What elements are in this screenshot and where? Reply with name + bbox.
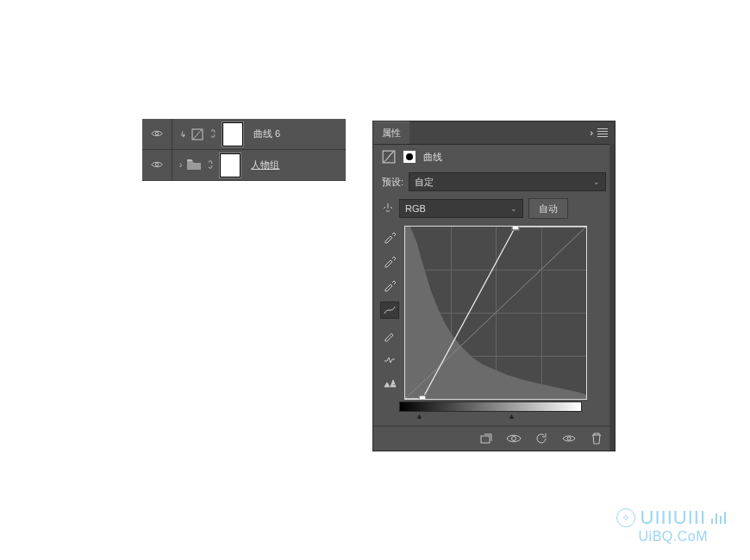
channel-select[interactable]: RGB ⌄ bbox=[399, 199, 523, 218]
eyedropper-white-tool[interactable] bbox=[381, 277, 398, 293]
svg-point-0 bbox=[155, 132, 159, 135]
svg-rect-5 bbox=[481, 436, 490, 443]
delete-adjustment-button[interactable] bbox=[589, 432, 604, 445]
channel-value: RGB bbox=[405, 203, 426, 214]
adjustment-type-label: 曲线 bbox=[423, 151, 442, 164]
curve-graph[interactable] bbox=[404, 226, 585, 398]
panel-menu-button[interactable] bbox=[597, 128, 608, 137]
layer-content: ↳ 曲线 6 bbox=[172, 122, 280, 146]
svg-point-2 bbox=[155, 163, 159, 166]
clip-to-layer-button[interactable] bbox=[478, 432, 494, 445]
curve-line bbox=[405, 227, 586, 399]
view-previous-state-button[interactable] bbox=[506, 432, 522, 445]
preset-row: 预设: 自定 ⌄ bbox=[373, 169, 615, 195]
slider-handles: ▲ ▲ bbox=[399, 412, 580, 419]
eye-icon bbox=[151, 160, 163, 171]
watermark: ✧ UIIIUIII UiBQ.CoM bbox=[616, 507, 726, 544]
curve-white-point-handle[interactable] bbox=[511, 226, 519, 231]
curves-editor bbox=[373, 222, 615, 400]
chevron-down-icon: ⌄ bbox=[593, 177, 600, 186]
panel-collapse-button[interactable]: ›› bbox=[590, 128, 591, 138]
layer-content: › 人物组 bbox=[172, 153, 279, 177]
watermark-line2: UiBQ.CoM bbox=[639, 529, 726, 544]
layer-mask-thumbnail[interactable] bbox=[220, 153, 241, 177]
curve-point-tool[interactable] bbox=[380, 302, 399, 319]
properties-panel: 属性 ›› 曲线 预设: 自定 ⌄ RGB ⌄ bbox=[372, 121, 616, 451]
preset-value: 自定 bbox=[415, 176, 434, 189]
curve-grid bbox=[404, 226, 587, 400]
white-point-slider[interactable]: ▲ bbox=[508, 412, 516, 420]
mask-mode-icon[interactable] bbox=[403, 150, 416, 164]
layers-panel: ↳ 曲线 6 › 人物组 bbox=[142, 119, 346, 181]
layer-visibility-toggle[interactable] bbox=[142, 119, 172, 149]
panel-title: 属性 bbox=[382, 128, 401, 138]
adjustment-type-row: 曲线 bbox=[373, 145, 615, 169]
clip-warning-toggle[interactable] bbox=[381, 376, 398, 391]
layer-name[interactable]: 人物组 bbox=[251, 159, 279, 171]
bulb-icon: ✧ bbox=[616, 508, 635, 527]
curves-adjustment-icon bbox=[191, 128, 203, 140]
eye-icon bbox=[151, 129, 163, 140]
preset-select[interactable]: 自定 ⌄ bbox=[409, 172, 606, 191]
targeted-adjustment-tool[interactable] bbox=[382, 202, 394, 215]
toggle-visibility-button[interactable] bbox=[561, 432, 577, 445]
watermark-line1: UIIIUIII bbox=[641, 507, 706, 529]
svg-line-4 bbox=[405, 227, 586, 399]
properties-tab[interactable]: 属性 bbox=[373, 121, 409, 144]
channel-row: RGB ⌄ 自动 bbox=[373, 195, 615, 222]
panel-scrollbar[interactable] bbox=[609, 144, 615, 451]
menu-icon bbox=[597, 128, 608, 137]
link-icon bbox=[206, 159, 215, 171]
reset-button[interactable] bbox=[534, 432, 549, 445]
layer-visibility-toggle[interactable] bbox=[142, 150, 172, 180]
curves-tool-column bbox=[378, 226, 401, 398]
svg-point-7 bbox=[567, 437, 571, 440]
layer-row-group[interactable]: › 人物组 bbox=[142, 150, 346, 181]
preset-label: 预设: bbox=[382, 176, 403, 189]
clip-indicator-icon: ↳ bbox=[179, 130, 186, 139]
pencil-tool[interactable] bbox=[381, 327, 398, 343]
link-icon bbox=[209, 128, 217, 140]
group-expand-toggle[interactable]: › bbox=[179, 160, 182, 170]
properties-panel-header: 属性 ›› bbox=[373, 121, 615, 145]
layer-mask-thumbnail[interactable] bbox=[222, 122, 243, 146]
bars-icon bbox=[711, 512, 726, 524]
eyedropper-black-tool[interactable] bbox=[381, 229, 398, 245]
auto-button[interactable]: 自动 bbox=[528, 198, 568, 219]
layer-row-curves[interactable]: ↳ 曲线 6 bbox=[142, 119, 346, 150]
curve-black-point-handle[interactable] bbox=[418, 395, 426, 401]
smooth-tool[interactable] bbox=[381, 352, 398, 367]
input-gradient-strip[interactable] bbox=[399, 401, 582, 412]
auto-button-label: 自动 bbox=[539, 202, 558, 215]
svg-point-6 bbox=[512, 437, 516, 441]
properties-footer bbox=[373, 426, 615, 451]
curves-adjustment-icon bbox=[382, 150, 396, 164]
folder-icon bbox=[187, 159, 201, 171]
black-point-slider[interactable]: ▲ bbox=[416, 412, 423, 420]
layer-name[interactable]: 曲线 6 bbox=[253, 128, 280, 140]
eyedropper-gray-tool[interactable] bbox=[381, 253, 398, 269]
chevron-down-icon: ⌄ bbox=[510, 204, 517, 213]
